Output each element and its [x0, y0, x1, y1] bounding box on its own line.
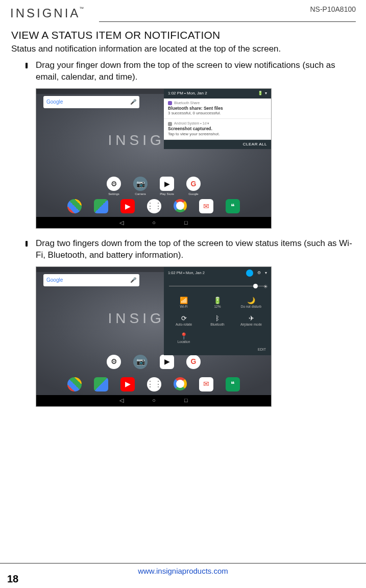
settings-icon[interactable]: ⚙ [107, 177, 121, 191]
app-drawer-icon[interactable]: ⋮⋮ [147, 199, 161, 213]
qs-tile-icon: ✈ [235, 314, 267, 323]
search-mic-icon: 🎤 [130, 99, 136, 106]
nav-home-icon[interactable]: ○ [152, 397, 156, 404]
hangouts-icon[interactable]: ❝ [226, 377, 240, 391]
notif-title: Screenshot captured. [168, 126, 267, 132]
brightness-slider[interactable]: ☀ [169, 280, 266, 291]
qs-tile-label: Auto-rotate [168, 323, 200, 327]
clear-all-button[interactable]: CLEAR ALL [164, 140, 271, 150]
nav-home-icon[interactable]: ○ [152, 219, 156, 227]
notification-panel: 1:02 PM • Mon, Jan 2 🔋▾ Bluetooth Share … [164, 89, 271, 149]
play-store-icon[interactable]: ▶ [160, 355, 174, 369]
search-logo: Google [46, 99, 63, 106]
qs-tile-label: Wi-Fi [168, 305, 200, 309]
notif-body: 3 successful, 0 unsuccessful. [168, 111, 267, 116]
bullet-item: Drag two fingers down from the top of th… [26, 238, 355, 407]
qs-tile-icon: 📍 [168, 332, 200, 340]
photos-icon[interactable] [67, 377, 82, 391]
search-mic-icon: 🎤 [130, 277, 136, 284]
page-header: INSIGNIA™ NS-P10A8100 [0, 0, 366, 22]
notif-body: Tap to view your screenshot. [168, 132, 267, 137]
figure-notifications: INSIGNIA Google 🎤 ⚙Settings 📷Camera ▶Pla… [36, 88, 272, 229]
page-content: VIEW A STATUS ITEM OR NOTIFICATION Statu… [0, 22, 366, 407]
play-store-icon[interactable]: ▶ [160, 177, 174, 191]
status-icons: 🔋▾ [256, 91, 267, 96]
qs-tile-icon: ᛒ [202, 314, 233, 323]
qs-tile[interactable]: 📍Location [168, 332, 200, 345]
nav-bar: ◁ ○ □ [36, 395, 271, 406]
google-folder-icon[interactable]: G [186, 177, 201, 191]
photos-icon[interactable] [67, 199, 82, 213]
qs-tile-label: Bluetooth [202, 323, 233, 327]
maps-icon[interactable] [94, 377, 108, 391]
qs-tile-icon: 🌙 [235, 297, 267, 305]
qs-tile-label: Location [168, 340, 200, 345]
search-bar[interactable]: Google 🎤 [43, 274, 139, 286]
notification-card[interactable]: Bluetooth Share Bluetooth share: Sent fi… [164, 99, 271, 119]
search-logo: Google [46, 277, 63, 284]
gmail-icon[interactable]: ✉ [199, 199, 213, 213]
bluetooth-icon [168, 101, 172, 105]
camera-icon[interactable]: 📷 [133, 177, 148, 191]
youtube-icon[interactable]: ▶ [120, 377, 135, 391]
hangouts-icon[interactable]: ❝ [226, 199, 240, 213]
nav-bar: ◁ ○ □ [36, 217, 271, 228]
camera-icon[interactable]: 📷 [133, 355, 148, 369]
bullet-text: Drag two fingers down from the top of th… [36, 238, 352, 260]
figure-quick-settings: INSIGNIA Google 🎤 ⚙ 📷 ▶ G ▶ ⋮⋮ [36, 266, 272, 407]
quick-settings-panel: 1:02 PM • Mon, Jan 2 ⚙ ▾ ☀ 📶Wi-Fi🔋12%🌙Do… [164, 267, 271, 355]
notification-card[interactable]: Android System • 1d ▾ Screenshot capture… [164, 119, 271, 139]
settings-gear-icon[interactable]: ⚙ [257, 271, 261, 276]
qs-tile-icon: 📶 [168, 297, 200, 305]
chrome-icon[interactable] [174, 377, 187, 390]
expand-icon[interactable]: ▾ [265, 271, 267, 276]
youtube-icon[interactable]: ▶ [120, 199, 135, 213]
qs-tile[interactable]: ✈Airplane mode [235, 314, 267, 327]
user-avatar-icon[interactable] [246, 270, 253, 277]
qs-tile[interactable]: 📶Wi-Fi [168, 297, 200, 309]
qs-tile[interactable]: ᛒBluetooth [202, 314, 233, 327]
google-folder-icon[interactable]: G [186, 355, 201, 369]
chrome-icon[interactable] [174, 199, 187, 212]
android-system-icon [168, 122, 172, 126]
section-intro: Status and notification information are … [11, 43, 355, 55]
bullet-item: Drag your finger down from the top of th… [26, 60, 355, 229]
qs-tile-label: Airplane mode [235, 323, 267, 327]
notif-time: 1:02 PM • Mon, Jan 2 [168, 91, 207, 96]
qs-tile-icon: 🔋 [202, 297, 233, 305]
settings-icon[interactable]: ⚙ [107, 355, 121, 369]
qs-time: 1:02 PM • Mon, Jan 2 [168, 271, 205, 276]
qs-tile-label: Do not disturb [235, 305, 267, 309]
gmail-icon[interactable]: ✉ [199, 377, 213, 391]
maps-icon[interactable] [94, 199, 108, 213]
qs-tile[interactable]: ⟳Auto-rotate [168, 314, 200, 327]
header-rule [99, 21, 356, 22]
qs-tile[interactable]: 🌙Do not disturb [235, 297, 267, 309]
notif-title: Bluetooth share: Sent files [168, 106, 267, 111]
page-number: 18 [7, 573, 18, 585]
nav-back-icon[interactable]: ◁ [119, 219, 124, 227]
edit-tiles-button[interactable]: EDIT [164, 346, 271, 352]
qs-tile[interactable]: 🔋12% [202, 297, 233, 309]
footer-url[interactable]: www.insigniaproducts.com [138, 567, 228, 575]
section-heading: VIEW A STATUS ITEM OR NOTIFICATION [11, 29, 355, 41]
search-bar[interactable]: Google 🎤 [43, 96, 139, 108]
bullet-text: Drag your finger down from the top of th… [36, 60, 335, 82]
brightness-icon: ☀ [263, 283, 268, 290]
nav-recent-icon[interactable]: □ [184, 397, 188, 404]
app-drawer-icon[interactable]: ⋮⋮ [147, 377, 161, 391]
page-footer: www.insigniaproducts.com [0, 563, 366, 576]
qs-tile-icon: ⟳ [168, 314, 200, 323]
model-number: NS-P10A8100 [310, 5, 356, 13]
nav-recent-icon[interactable]: □ [184, 219, 188, 227]
qs-tile-label: 12% [202, 305, 233, 309]
nav-back-icon[interactable]: ◁ [119, 397, 124, 404]
brand-logo: INSIGNIA™ [10, 6, 84, 20]
